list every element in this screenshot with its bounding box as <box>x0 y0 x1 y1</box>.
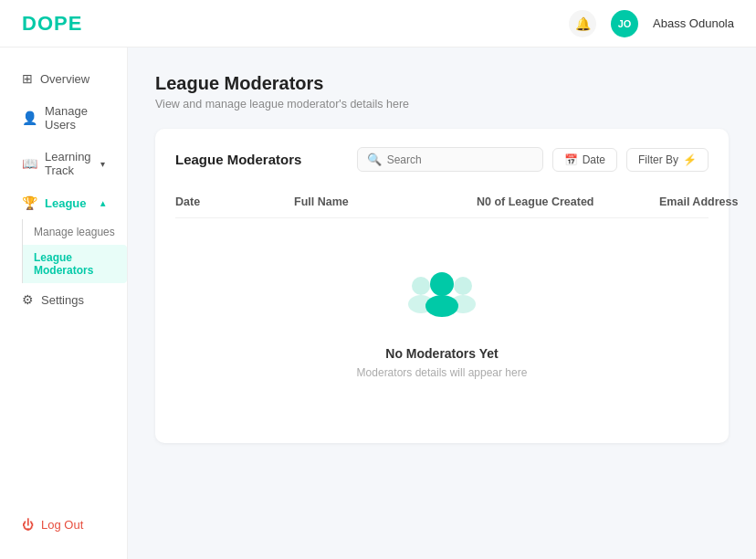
grid-icon: ⊞ <box>22 71 33 86</box>
main-content: League Moderators View and manage league… <box>128 47 756 559</box>
empty-subtitle: Moderators details will appear here <box>357 366 528 379</box>
sidebar-label-manage-users: Manage Users <box>45 104 105 132</box>
filter-label: Filter By <box>638 153 678 166</box>
gear-icon: ⚙ <box>22 292 34 307</box>
date-button[interactable]: 📅 Date <box>552 148 617 172</box>
users-icon: 👤 <box>22 111 37 125</box>
col-league-created: N0 of League Created <box>477 195 659 208</box>
search-box: 🔍 <box>357 147 543 172</box>
app-logo: DOPE <box>22 12 82 36</box>
sidebar-label-overview: Overview <box>40 72 89 86</box>
empty-state: No Moderators Yet Moderators details wil… <box>175 218 709 425</box>
logout-label: Log Out <box>41 518 83 532</box>
topbar: DOPE 🔔 JO Abass Odunola <box>0 0 756 47</box>
sidebar-submenu-league: Manage leagues League Moderators <box>22 219 127 283</box>
filter-button[interactable]: Filter By ⚡ <box>626 148 709 172</box>
col-full-name: Full Name <box>294 195 477 208</box>
sidebar-label-manage-leagues: Manage leagues <box>34 226 115 238</box>
card-title: League Moderators <box>175 152 301 167</box>
svg-point-5 <box>425 295 458 317</box>
logout-icon: ⏻ <box>22 518 34 532</box>
moderators-empty-icon <box>401 264 483 332</box>
col-date: Date <box>175 195 294 208</box>
search-input[interactable] <box>387 153 533 166</box>
col-email: Email Address <box>659 195 756 208</box>
trophy-icon: 🏆 <box>22 195 37 210</box>
notifications-button[interactable]: 🔔 <box>569 10 596 37</box>
card-controls: 🔍 📅 Date Filter By ⚡ <box>357 147 709 172</box>
card-header: League Moderators 🔍 📅 Date Filter By ⚡ <box>175 147 709 172</box>
sidebar-item-learning-track[interactable]: 📖 Learning Track ▾ <box>7 142 120 185</box>
sidebar-label-league: League <box>45 196 87 210</box>
league-moderators-card: League Moderators 🔍 📅 Date Filter By ⚡ <box>155 129 729 443</box>
sidebar-label-league-moderators: League Moderators <box>34 251 116 277</box>
chevron-up-icon: ▴ <box>100 198 105 208</box>
app-body: ⊞ Overview 👤 Manage Users 📖 Learning Tra… <box>0 47 756 559</box>
svg-point-4 <box>430 272 454 296</box>
logout-button[interactable]: ⏻ Log Out <box>7 509 120 541</box>
sidebar-item-league-moderators[interactable]: League Moderators <box>23 245 127 283</box>
sidebar-item-league[interactable]: 🏆 League ▴ <box>7 187 120 218</box>
filter-icon: ⚡ <box>683 153 697 166</box>
book-icon: 📖 <box>22 156 37 171</box>
date-label: Date <box>583 153 605 166</box>
user-name: Abass Odunola <box>653 16 734 30</box>
sidebar-item-settings[interactable]: ⚙ Settings <box>7 284 120 315</box>
sidebar-label-settings: Settings <box>41 293 84 307</box>
page-title: League Moderators <box>155 73 729 94</box>
avatar: JO <box>611 10 638 37</box>
sidebar-item-overview[interactable]: ⊞ Overview <box>7 63 120 94</box>
page-subtitle: View and manage league moderator's detai… <box>155 98 729 111</box>
empty-title: No Moderators Yet <box>385 346 498 361</box>
svg-point-2 <box>454 277 472 295</box>
sidebar: ⊞ Overview 👤 Manage Users 📖 Learning Tra… <box>0 47 128 559</box>
chevron-down-icon: ▾ <box>100 159 105 169</box>
topbar-right: 🔔 JO Abass Odunola <box>569 10 734 37</box>
table-header: Date Full Name N0 of League Created Emai… <box>175 186 709 218</box>
search-icon: 🔍 <box>367 153 382 166</box>
sidebar-item-manage-users[interactable]: 👤 Manage Users <box>7 96 120 140</box>
calendar-icon: 📅 <box>564 153 578 166</box>
sidebar-item-manage-leagues[interactable]: Manage leagues <box>23 219 127 245</box>
svg-point-0 <box>412 277 430 295</box>
sidebar-label-learning-track: Learning Track <box>45 150 93 177</box>
